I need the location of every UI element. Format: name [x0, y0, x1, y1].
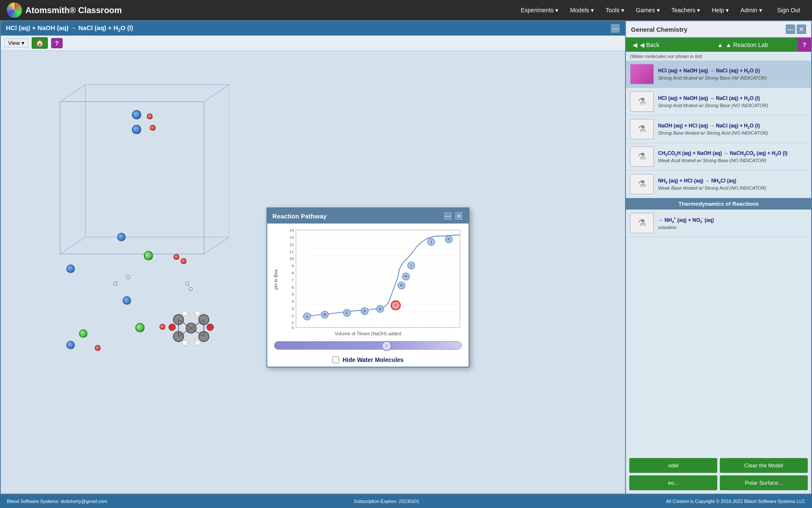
atom-blue-2 [132, 125, 141, 134]
svg-text:G: G [400, 283, 403, 287]
molecule-cluster [162, 303, 221, 355]
atom-white-4 [189, 287, 193, 291]
thermodynamics-item[interactable]: ⚗ → NH4+ (aq) + NO3- (aq) solvation [626, 210, 811, 237]
svg-point-13 [182, 311, 187, 316]
pathway-titlebar: Reaction Pathway — ✕ [267, 208, 469, 224]
atom-white-2 [113, 282, 118, 286]
svg-text:14: 14 [289, 228, 294, 232]
reaction-subtitle-4: Weak Acid titrated w/ Strong Base (NO IN… [658, 158, 807, 163]
atom-green-1 [144, 251, 153, 260]
reaction-item-3[interactable]: ⚗ NaOH (aq) + HCl (aq) → NaCl (aq) + H2O… [626, 116, 811, 143]
svg-text:6: 6 [291, 285, 294, 290]
svg-line-4 [204, 237, 229, 254]
pathway-panel: Reaction Pathway — ✕ pH in Box [266, 207, 469, 367]
thermodynamics-header: Thermodynamics of Reactions [626, 198, 811, 210]
reaction-title-5: NH3 (aq) + HCl (aq) → NH4Cl (aq) [658, 178, 807, 185]
home-btn[interactable]: 🏠 [32, 37, 48, 49]
reaction-thumb-5: ⚗ [630, 174, 654, 194]
app-title: Atomsmith® Classroom [25, 6, 122, 15]
svg-text:D: D [363, 309, 366, 313]
svg-point-11 [169, 324, 176, 331]
reaction-item-2[interactable]: ⚗ HCl (aq) + NaOH (aq) → NaCl (aq) + H2O… [626, 88, 811, 116]
svg-text:11: 11 [289, 249, 294, 254]
pathway-title: Reaction Pathway [272, 213, 326, 220]
nav-experiments[interactable]: Experiments ▾ [516, 4, 563, 16]
back-chevron-icon: ◀ [633, 41, 637, 48]
x-axis-label: Volume of Titrant (NaOH) added [272, 331, 464, 338]
svg-text:5: 5 [291, 292, 294, 296]
reaction-thumb-3: ⚗ [630, 119, 654, 139]
nav-teachers[interactable]: Teachers ▾ [667, 4, 705, 16]
svg-text:1: 1 [291, 320, 294, 325]
svg-line-2 [60, 85, 85, 102]
chart-svg: 14 13 12 11 10 9 8 7 6 5 4 3 2 1 0 [278, 228, 464, 330]
pathway-minimize-btn[interactable]: — [443, 211, 453, 221]
chart-inner: 14 13 12 11 10 9 8 7 6 5 4 3 2 1 0 [278, 228, 464, 331]
chart-area: pH in Box 14 13 12 11 [267, 224, 469, 338]
svg-text:7: 7 [291, 278, 294, 282]
panel-help-btn[interactable]: ? [798, 38, 811, 52]
status-right: All Content is Copyright © 2016-2022 Bit… [666, 499, 805, 504]
reaction-lab-icon: ▲ [717, 41, 723, 48]
svg-marker-0 [60, 102, 204, 254]
model-btn[interactable]: odel [629, 458, 717, 473]
reaction-title-3: NaOH (aq) + HCl (aq) → NaCl (aq) + H2O (… [658, 123, 807, 130]
right-panel-close-btn[interactable]: ✕ [797, 25, 806, 34]
hide-water-checkbox[interactable] [332, 356, 339, 363]
back-label: ◀ Back [640, 41, 659, 48]
thermo-title: → NH4+ (aq) + NO3- (aq) [658, 216, 807, 224]
viewer-title: HCl (aq) + NaOH (aq) → NaCl (aq) + H2O (… [6, 24, 133, 33]
svg-marker-1 [85, 85, 229, 237]
reaction-item-1[interactable]: HCl (aq) + NaOH (aq) → NaCl (aq) + H2O (… [626, 61, 811, 88]
back-btn[interactable]: ◀ ◀ Back [626, 38, 688, 52]
reaction-item-4[interactable]: ⚗ CH3CO2H (aq) + NaOH (aq) → NaCH3CO2 (a… [626, 143, 811, 171]
reaction-subtitle-3: Strong Base titrated w/ Strong Acid (NO … [658, 130, 807, 135]
pathway-close-btn[interactable]: ✕ [454, 211, 464, 221]
viewer-toolbar: View ▾ 🏠 ? [1, 36, 625, 51]
help-btn[interactable]: ? [51, 38, 63, 48]
nav-help[interactable]: Help ▾ [707, 4, 734, 16]
svg-text:13: 13 [289, 235, 294, 240]
svg-text:E: E [379, 307, 381, 311]
svg-line-5 [60, 237, 85, 254]
slider-thumb: ⟩⟩ [381, 341, 392, 351]
atom-blue-5 [66, 265, 75, 273]
thermo-subtitle: solvation [658, 225, 807, 230]
reaction-subtitle-5: Weak Base titrated w/ Strong Acid (NO IN… [658, 185, 807, 190]
svg-text:9: 9 [291, 263, 294, 268]
atom-green-3 [79, 329, 88, 338]
svg-point-14 [195, 311, 200, 316]
nav-admin[interactable]: Admin ▾ [735, 4, 767, 16]
thermodynamics-label: Thermodynamics of Reactions [678, 201, 758, 207]
nav-models[interactable]: Models ▾ [565, 4, 599, 16]
reaction-lab-btn[interactable]: ▲ ▲ Reaction Lab [688, 38, 798, 52]
reaction-thumb-1 [630, 64, 654, 84]
svg-text:K: K [447, 237, 450, 241]
wireframe-box [26, 76, 229, 267]
atom-green-2 [135, 323, 145, 332]
y-axis-label: pH in Box [272, 228, 278, 331]
svg-text:I: I [411, 263, 411, 268]
nav-tools[interactable]: Tools ▾ [601, 4, 629, 16]
nav-signout[interactable]: Sign Out [772, 4, 805, 16]
viewer-minimize-btn[interactable]: — [611, 24, 620, 33]
reaction-subtitle-1: Strong Acid titrated w/ Strong Base (W/ … [658, 75, 807, 80]
reaction-title-4: CH3CO2H (aq) + NaOH (aq) → NaCH3CO2 (aq)… [658, 150, 807, 157]
svg-text:C: C [346, 311, 348, 315]
reaction-thumb-2: ⚗ [630, 91, 654, 112]
polar-surface-btn[interactable]: Polar Surface... [720, 475, 808, 490]
atom-blue-3 [117, 233, 126, 241]
svg-text:8: 8 [291, 271, 294, 275]
svg-point-16 [195, 340, 200, 345]
view-dropdown[interactable]: View ▾ [4, 39, 28, 47]
svg-text:0: 0 [291, 325, 294, 330]
video-btn[interactable]: eo... [629, 475, 717, 490]
clear-model-btn[interactable]: Clear the Model [720, 458, 808, 473]
reaction-item-5[interactable]: ⚗ NH3 (aq) + HCl (aq) → NH4Cl (aq) Weak … [626, 171, 811, 198]
svg-text:A: A [306, 315, 308, 319]
right-panel-minimize-btn[interactable]: — [786, 25, 795, 34]
atom-blue-1 [132, 110, 141, 119]
atom-blue-4 [123, 296, 131, 305]
view-chevron-icon: ▾ [22, 40, 25, 46]
nav-games[interactable]: Games ▾ [631, 4, 665, 16]
